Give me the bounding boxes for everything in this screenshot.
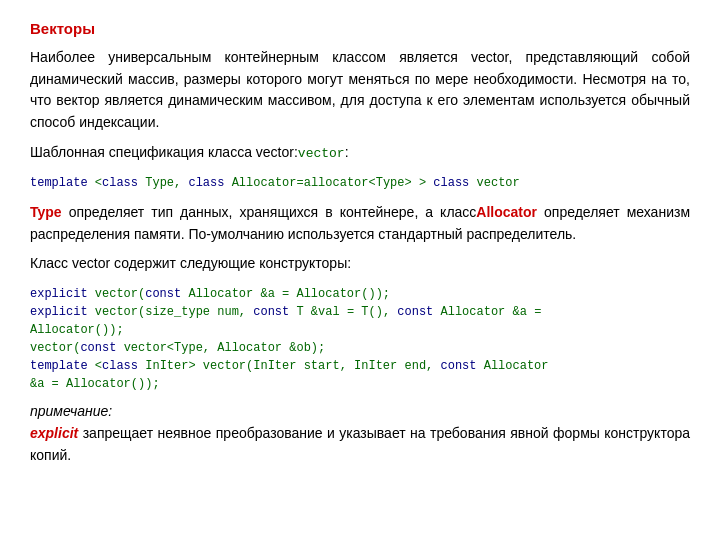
page-title: Векторы <box>30 20 690 37</box>
type-keyword: Type <box>30 204 62 220</box>
constructors-line: Класс vector содержит следующие конструк… <box>30 253 690 275</box>
vector-inline-ref: vector <box>298 146 345 161</box>
note-text: запрещает неявное преобразование и указы… <box>30 425 690 463</box>
explicit-keyword: explicit <box>30 425 78 441</box>
template-spec-line: Шаблонная спецификация класса vector:vec… <box>30 142 690 164</box>
code-constructors: explicit vector(const Allocator &a = All… <box>30 285 690 393</box>
note-label: примечание: <box>30 403 690 419</box>
intro-paragraph: Наиболее универсальным контейнерным клас… <box>30 47 690 134</box>
note-paragraph: explicit запрещает неявное преобразовани… <box>30 423 690 466</box>
intro-text: Наиболее универсальным контейнерным клас… <box>30 49 690 130</box>
template-spec-text: Шаблонная спецификация класса vector: <box>30 144 298 160</box>
code-template: template <class Type, class Allocator=al… <box>30 174 690 192</box>
type-description: определяет тип данных, хранящихся в конт… <box>62 204 477 220</box>
type-allocator-paragraph: Type определяет тип данных, хранящихся в… <box>30 202 690 245</box>
allocator-keyword: Allocator <box>476 204 537 220</box>
